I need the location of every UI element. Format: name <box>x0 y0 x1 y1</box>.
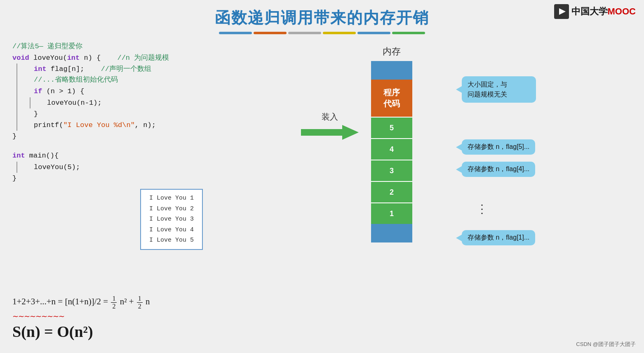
code-line-loveyou-recursive: loveYou(n-1); <box>35 97 293 108</box>
arrow-shape <box>301 124 359 141</box>
code-line-printf: printf("I Love You %d\n", n); <box>21 120 293 131</box>
color-bar-item <box>357 32 390 34</box>
mem-block-4: 4 <box>371 138 412 160</box>
mem-block-orange: 程序 代码 <box>371 80 412 117</box>
arrow-container: 装入 <box>301 111 359 142</box>
mem-block-blue-top <box>371 61 412 80</box>
memory-title: 内存 <box>371 45 412 58</box>
code-line-main: int main(){ <box>12 150 293 161</box>
code-inline-comment: //n 为问题规模 <box>117 54 169 62</box>
output-line-3: I Love You 3 <box>149 214 194 225</box>
output-line-4: I Love You 4 <box>149 225 194 235</box>
code-section: //算法5— 递归型爱你 void loveYou(int n) { //n 为… <box>12 41 293 184</box>
output-line-2: I Love You 2 <box>149 204 194 214</box>
csdn-watermark: CSDN @团子团子大团子 <box>576 341 636 348</box>
math-formula: 1+2+3+...+n = [n(1+n)]/2 = 1 2 n² + 1 2 … <box>12 295 150 310</box>
bubble-flag4: 存储参数 n，flag[4]... <box>462 162 535 177</box>
complexity-formula: S(n) = O(n²) <box>12 322 150 341</box>
code-line-loveyou5: loveYou(5); <box>34 162 293 173</box>
svg-marker-2 <box>301 125 359 140</box>
code-func-name: loveYou( <box>33 54 67 62</box>
color-bar <box>0 32 644 34</box>
color-bar-item <box>254 32 287 34</box>
code-line-void: void loveYou(int n) { //n 为问题规模 <box>12 52 293 64</box>
mem-block-blue-bottom <box>371 224 412 242</box>
bubble-flag1: 存储参数 n，flag[1]... <box>462 230 535 245</box>
color-bar-item <box>219 32 252 34</box>
output-line-1: I Love You 1 <box>149 193 194 204</box>
keyword-void: void <box>12 54 29 62</box>
color-bar-item <box>323 32 356 34</box>
memory-section: 内存 程序 代码 5 4 3 2 1 <box>371 45 412 242</box>
bubble-fixed-size: 大小固定，与问题规模无关 <box>462 76 536 103</box>
main-container: 中国大学MOOC 函数递归调用带来的内存开销 //算法5— 递归型爱你 void… <box>0 0 644 353</box>
code-line-if: if (n > 1) { <box>21 86 293 97</box>
mem-block-2: 2 <box>371 181 412 202</box>
squiggle-line: ∼∼∼∼∼∼∼∼∼ <box>12 312 150 321</box>
code-comment-omit: //...省略数组初始化代码 <box>34 75 293 84</box>
color-bar-item <box>392 32 425 34</box>
mem-block-1: 1 <box>371 202 412 224</box>
code-line-close-main: } <box>12 173 293 184</box>
mem-block-3: 3 <box>371 160 412 181</box>
code-block-main: loveYou(5); <box>16 162 293 173</box>
code-block-outer: int flag[n]; //声明一个数组 //...省略数组初始化代码 if … <box>16 64 293 131</box>
page-title: 函数递归调用带来的内存开销 <box>0 0 644 28</box>
code-line-flag: int flag[n]; //声明一个数组 <box>21 64 293 75</box>
mooc-logo: 中国大学MOOC <box>554 4 636 19</box>
math-section: 1+2+3+...+n = [n(1+n)]/2 = 1 2 n² + 1 2 … <box>12 295 150 341</box>
code-main-section: int main(){ loveYou(5); } <box>12 150 293 184</box>
code-line-close-if: } <box>34 108 293 120</box>
output-line-5: I Love You 5 <box>149 235 194 246</box>
ellipsis-dots: ⋮ <box>476 202 488 216</box>
code-comment-flag: //声明一个数组 <box>101 65 151 73</box>
code-comment-1: //算法5— 递归型爱你 <box>12 41 293 51</box>
mooc-text: 中国大学MOOC <box>571 5 636 18</box>
arrow-label: 装入 <box>301 111 359 122</box>
mem-block-5: 5 <box>371 117 412 138</box>
color-bar-item <box>288 32 321 34</box>
memory-column: 程序 代码 5 4 3 2 1 <box>371 61 412 242</box>
code-line-close-void: } <box>12 131 293 142</box>
bubble-flag5: 存储参数 n，flag[5]... <box>462 139 535 155</box>
code-block-inner: loveYou(n-1); <box>30 97 293 108</box>
mooc-icon <box>554 4 569 19</box>
output-box: I Love You 1 I Love You 2 I Love You 3 I… <box>140 189 203 250</box>
